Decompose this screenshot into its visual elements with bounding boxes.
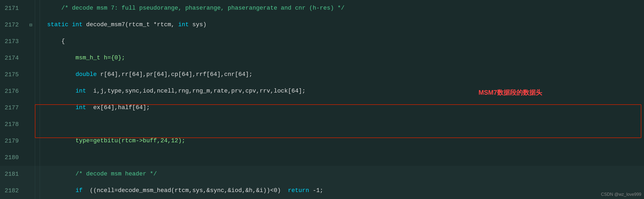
- indent-guide: [40, 182, 45, 199]
- code-segment: r[64],rr[64],pr[64],cp[64],rrf[64],cnr[6…: [97, 71, 253, 78]
- code-content-2179: type=getbitu(rtcm->buff,24,12);: [45, 133, 644, 149]
- code-segment: cnr (h-res) */: [291, 5, 345, 12]
- fold-icon-2172[interactable]: ⊟: [27, 22, 35, 28]
- code-segment: int: [72, 21, 83, 28]
- indent-guides-2180: [35, 149, 45, 166]
- line-number-2176: 2176: [0, 88, 27, 95]
- indent-guide: [35, 33, 40, 50]
- code-segment: and: [281, 5, 291, 12]
- indent-guide: [35, 50, 40, 66]
- indent-guide: [40, 0, 45, 17]
- code-line-2182: 2182 if ((ncell=decode_msm_head(rtcm,sys…: [0, 182, 644, 199]
- code-line-2181: 2181 /* decode msm header */: [0, 166, 644, 182]
- indent-guides-2171: [35, 0, 45, 17]
- indent-guide: [35, 166, 40, 182]
- line-number-2175: 2175: [0, 71, 27, 78]
- indent-guide: [35, 133, 40, 149]
- code-segment: int: [76, 104, 86, 111]
- code-line-2172: 2172⊟static int decode_msm7(rtcm_t *rtcm…: [0, 17, 644, 33]
- code-segment: -1;: [309, 187, 323, 194]
- line-number-2180: 2180: [0, 154, 27, 161]
- indent-guides-2175: [35, 66, 45, 83]
- code-segment: if: [76, 187, 83, 194]
- code-segment: static: [47, 21, 72, 28]
- indent-guide: [35, 17, 40, 33]
- code-segment: double: [76, 71, 97, 78]
- indent-guide: [40, 133, 45, 149]
- watermark: CSDN @wz_love999: [601, 192, 641, 197]
- code-segment: [47, 88, 76, 94]
- indent-guide: [35, 182, 40, 199]
- code-segment: {: [47, 38, 65, 45]
- indent-guide: [35, 116, 40, 133]
- code-line-2174: 2174 msm_h_t h={0};: [0, 50, 644, 66]
- code-line-2176: 2176 int i,j,type,sync,iod,ncell,rng,rng…: [0, 83, 644, 100]
- indent-guide: [35, 100, 40, 116]
- code-segment: type=getbitu(rtcm->buff,24,12);: [47, 137, 185, 144]
- indent-guides-2181: [35, 166, 45, 182]
- code-segment: [47, 104, 76, 111]
- indent-guide: [40, 116, 45, 133]
- line-number-2171: 2171: [0, 5, 27, 12]
- code-segment: ex[64],half[64];: [86, 104, 150, 111]
- code-content-2177: int ex[64],half[64];: [45, 100, 644, 116]
- code-content-2172: static int decode_msm7(rtcm_t *rtcm, int…: [45, 17, 644, 33]
- code-container: 2171 /* decode msm 7: full pseudorange, …: [0, 0, 644, 199]
- code-content-2171: /* decode msm 7: full pseudorange, phase…: [45, 0, 644, 17]
- code-line-2175: 2175 double r[64],rr[64],pr[64],cp[64],r…: [0, 66, 644, 83]
- code-line-2173: 2173 {: [0, 33, 644, 50]
- indent-guides-2178: [35, 116, 45, 133]
- code-content-2182: if ((ncell=decode_msm_head(rtcm,sys,&syn…: [45, 182, 644, 199]
- code-line-2180: 2180: [0, 149, 644, 166]
- indent-guide: [40, 17, 45, 33]
- indent-guides-2182: [35, 182, 45, 199]
- indent-guide: [35, 83, 40, 100]
- line-number-2178: 2178: [0, 121, 27, 128]
- line-number-2174: 2174: [0, 55, 27, 62]
- code-segment: [47, 71, 76, 78]
- code-content-2175: double r[64],rr[64],pr[64],cp[64],rrf[64…: [45, 66, 644, 83]
- code-line-2177: 2177 int ex[64],half[64];: [0, 100, 644, 116]
- line-number-2173: 2173: [0, 38, 27, 45]
- line-number-2181: 2181: [0, 171, 27, 178]
- code-segment: int: [178, 21, 189, 28]
- code-segment: /* decode msm header */: [47, 171, 157, 177]
- line-number-2179: 2179: [0, 138, 27, 144]
- indent-guides-2172: [35, 17, 45, 33]
- indent-guide: [35, 0, 40, 17]
- indent-guide: [40, 149, 45, 166]
- code-content-2174: msm_h_t h={0};: [45, 50, 644, 66]
- code-segment: msm_h_t h={0};: [47, 55, 125, 61]
- code-line-2178: 2178: [0, 116, 644, 133]
- line-number-2177: 2177: [0, 105, 27, 111]
- indent-guides-2173: [35, 33, 45, 50]
- code-line-2179: 2179 type=getbitu(rtcm->buff,24,12);: [0, 133, 644, 149]
- code-content-2176: int i,j,type,sync,iod,ncell,rng,rng_m,ra…: [45, 83, 644, 100]
- indent-guide: [40, 50, 45, 66]
- code-segment: ((ncell=decode_msm_head(rtcm,sys,&sync,&…: [83, 187, 288, 194]
- code-segment: decode_msm7(rtcm_t *rtcm,: [83, 21, 178, 28]
- indent-guide: [40, 33, 45, 50]
- code-line-2171: 2171 /* decode msm 7: full pseudorange, …: [0, 0, 644, 17]
- indent-guide: [40, 66, 45, 83]
- indent-guide: [35, 66, 40, 83]
- code-segment: /* decode msm 7: full pseudorange, phase…: [47, 5, 281, 12]
- indent-guides-2176: [35, 83, 45, 100]
- indent-guides-2177: [35, 100, 45, 116]
- code-segment: i,j,type,sync,iod,ncell,rng,rng_m,rate,p…: [86, 88, 306, 94]
- code-segment: sys): [189, 21, 206, 28]
- code-segment: [47, 187, 76, 194]
- indent-guides-2179: [35, 133, 45, 149]
- code-content-2181: /* decode msm header */: [45, 166, 644, 182]
- code-content-2173: {: [45, 33, 644, 50]
- code-segment: return: [288, 187, 309, 194]
- line-number-2182: 2182: [0, 187, 27, 194]
- line-number-2172: 2172: [0, 22, 27, 28]
- indent-guides-2174: [35, 50, 45, 66]
- indent-guide: [40, 166, 45, 182]
- indent-guide: [40, 83, 45, 100]
- code-segment: int: [76, 88, 86, 94]
- indent-guide: [40, 100, 45, 116]
- indent-guide: [35, 149, 40, 166]
- annotation-label: MSM7数据段的数据头: [479, 88, 542, 97]
